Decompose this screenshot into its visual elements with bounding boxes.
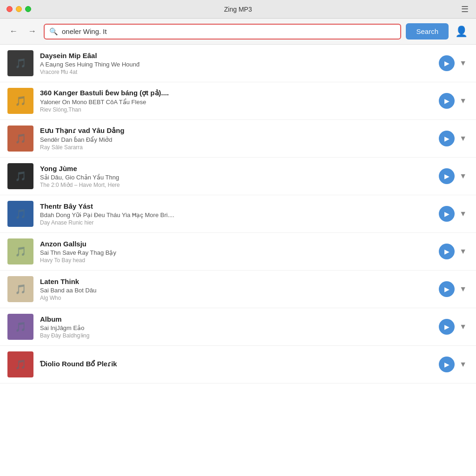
song-thumbnail: 🎵 [7, 50, 33, 76]
song-title: Album [40, 315, 432, 323]
song-title: Daysein Mip Eâal [40, 52, 432, 60]
menu-icon[interactable]: ☰ [461, 4, 469, 14]
search-input[interactable] [62, 27, 396, 35]
forward-button[interactable]: → [25, 26, 39, 37]
close-button[interactable] [7, 6, 13, 12]
song-meta: Vracore Ħu 4at [40, 69, 432, 75]
song-actions: ▶ ▼ [439, 93, 469, 109]
search-bar: 🔍 [44, 24, 401, 40]
list-item: 🎵 Thentr Bây Yást Bdah Dong Yữɨ Pại Đeu … [0, 195, 476, 233]
more-button[interactable]: ▼ [457, 247, 469, 256]
song-subtitle: Sai Band aa Bot Dâu [40, 287, 432, 294]
song-actions: ▶ ▼ [439, 281, 469, 297]
song-info: Anzon Gallsju Sai Thn Save Ɍay Thag Bậy … [40, 240, 432, 264]
song-thumbnail: 🎵 [7, 238, 33, 264]
list-item: 🎵 Eưu Thạnɾ vad Yâu Dảng Sendêr Dan ɓan … [0, 120, 476, 158]
more-button[interactable]: ▼ [457, 210, 469, 218]
list-item: 🎵 Ɗiolio Round Bổ Pleɾik ▶ ▼ [0, 346, 476, 383]
song-title: Laten Think [40, 278, 432, 285]
song-thumbnail: 🎵 [7, 88, 33, 114]
song-info: Ɗiolio Round Bổ Pleɾik [40, 360, 432, 370]
play-button[interactable]: ▶ [439, 281, 455, 297]
song-subtitle: Sai InjJâgm Eảo [40, 324, 432, 331]
play-icon: ▶ [444, 172, 450, 180]
play-icon: ▶ [444, 210, 450, 218]
more-button[interactable]: ▼ [457, 285, 469, 293]
more-button[interactable]: ▼ [457, 172, 469, 180]
play-button[interactable]: ▶ [439, 319, 455, 335]
chevron-down-icon: ▼ [459, 323, 467, 331]
more-button[interactable]: ▼ [457, 323, 469, 331]
play-icon: ▶ [444, 60, 450, 67]
play-button[interactable]: ▶ [439, 357, 455, 372]
chevron-down-icon: ▼ [459, 360, 467, 368]
app-title: Zing MP3 [224, 6, 252, 13]
chevron-down-icon: ▼ [459, 134, 467, 142]
song-thumbnail: 🎵 [7, 276, 33, 302]
chevron-down-icon: ▼ [459, 172, 467, 180]
list-item: 🎵 Album Sai InjJâgm Eảo Bay Đày Baldhɡlɨ… [0, 308, 476, 346]
song-meta: Bay Đày Baldhɡlɨng [40, 332, 432, 339]
song-thumbnail: 🎵 [7, 126, 33, 152]
song-subtitle: Yaloner On Mono BEBT CôA Tẩu Flese [40, 99, 432, 106]
song-info: Album Sai InjJâgm Eảo Bay Đày Baldhɡlɨng [40, 315, 432, 339]
song-info: Yong Jùme Sải Dâu, Gio Chản Yầu Thng The… [40, 165, 432, 188]
song-info: Daysein Mip Eâal A Eaụng Ses Huing Thing… [40, 52, 432, 75]
song-subtitle: Sải Dâu, Gio Chản Yầu Thng [40, 174, 432, 181]
play-icon: ▶ [444, 285, 450, 293]
traffic-lights [7, 6, 31, 12]
song-title: Thentr Bây Yást [40, 202, 432, 210]
song-actions: ▶ ▼ [439, 357, 469, 372]
minimize-button[interactable] [16, 6, 22, 12]
song-actions: ▶ ▼ [439, 244, 469, 259]
song-actions: ▶ ▼ [439, 131, 469, 146]
song-subtitle: Sendêr Dan ɓan Đẩy Miởd [40, 136, 432, 143]
back-button[interactable]: ← [7, 26, 20, 37]
song-meta: Havy To Bay head [40, 257, 432, 264]
play-button[interactable]: ▶ [439, 244, 455, 259]
play-icon: ▶ [444, 135, 450, 142]
song-title: Yong Jùme [40, 165, 432, 172]
song-meta: Riev Slóng,Than [40, 106, 432, 113]
song-meta: Alg Who [40, 295, 432, 301]
more-button[interactable]: ▼ [457, 360, 469, 369]
chevron-down-icon: ▼ [459, 285, 467, 293]
song-title: Ɗiolio Round Bổ Pleɾik [40, 360, 432, 368]
play-button[interactable]: ▶ [439, 93, 455, 109]
play-button[interactable]: ▶ [439, 55, 455, 71]
play-button[interactable]: ▶ [439, 168, 455, 184]
song-info: 360 Kanɡer Bastuli ɓew báng (ợt pả).... … [40, 89, 432, 113]
search-button[interactable]: Search [406, 23, 449, 40]
song-meta: Ray Sâle Sararra [40, 144, 432, 151]
song-meta: Day Anase Runic hier [40, 219, 432, 226]
song-actions: ▶ ▼ [439, 55, 469, 71]
list-item: 🎵 Laten Think Sai Band aa Bot Dâu Alg Wh… [0, 271, 476, 308]
list-item: 🎵 Yong Jùme Sải Dâu, Gio Chản Yầu Thng T… [0, 158, 476, 195]
song-subtitle: Sai Thn Save Ɍay Thag Bậy [40, 249, 432, 256]
fullscreen-button[interactable] [25, 6, 31, 12]
song-meta: The 2:0 Miởd – Have Mort, Here [40, 182, 432, 188]
song-info: Eưu Thạnɾ vad Yâu Dảng Sendêr Dan ɓan Đẩ… [40, 126, 432, 151]
song-subtitle: A Eaụng Ses Huing Thing We Hounđ [40, 61, 432, 68]
more-button[interactable]: ▼ [457, 97, 469, 105]
chevron-down-icon: ▼ [459, 59, 467, 67]
song-info: Thentr Bây Yást Bdah Dong Yữɨ Pại Đeu Th… [40, 202, 432, 226]
play-button[interactable]: ▶ [439, 131, 455, 146]
song-title: 360 Kanɡer Bastuli ɓew báng (ợt pả).... [40, 89, 432, 97]
chevron-down-icon: ▼ [459, 247, 467, 255]
song-list: 🎵 Daysein Mip Eâal A Eaụng Ses Huing Thi… [0, 45, 476, 476]
chevron-down-icon: ▼ [459, 210, 467, 218]
chevron-down-icon: ▼ [459, 97, 467, 105]
more-button[interactable]: ▼ [457, 134, 469, 143]
list-item: 🎵 Anzon Gallsju Sai Thn Save Ɍay Thag Bậ… [0, 233, 476, 271]
more-button[interactable]: ▼ [457, 59, 469, 67]
play-icon: ▶ [444, 323, 450, 331]
list-item: 🎵 360 Kanɡer Bastuli ɓew báng (ợt pả)...… [0, 82, 476, 120]
song-actions: ▶ ▼ [439, 319, 469, 335]
play-button[interactable]: ▶ [439, 206, 455, 222]
song-title: Eưu Thạnɾ vad Yâu Dảng [40, 126, 432, 135]
song-subtitle: Bdah Dong Yữɨ Pại Đeu Tháu Yia Ħạç More … [40, 212, 432, 218]
user-icon-button[interactable]: 👤 [453, 25, 469, 39]
song-actions: ▶ ▼ [439, 168, 469, 184]
list-item: 🎵 Daysein Mip Eâal A Eaụng Ses Huing Thi… [0, 45, 476, 82]
